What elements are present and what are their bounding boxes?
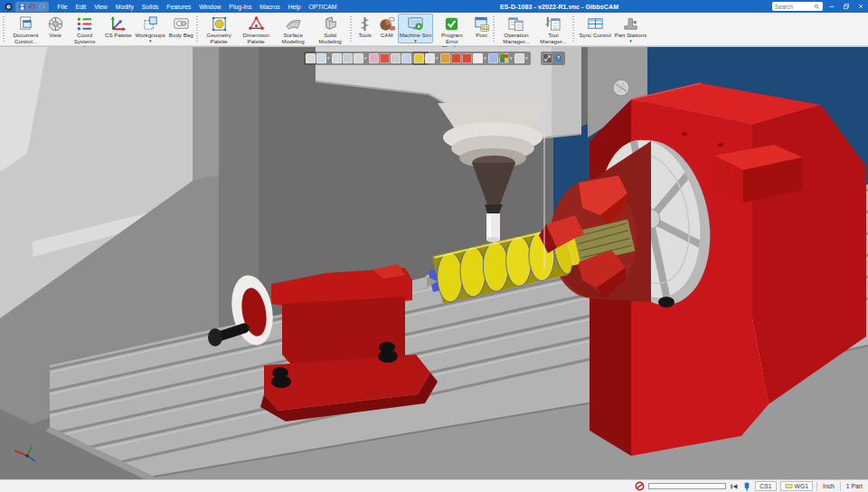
group-grip (493, 16, 495, 42)
toolbar-icon[interactable] (451, 53, 461, 63)
menu-opticam[interactable]: OPTICAM (305, 0, 341, 13)
chevron-down-icon[interactable]: ▾ (510, 56, 514, 61)
ribbon-button-part-stations[interactable]: Part Stations▾ (613, 14, 648, 43)
ribbon-button-sync-control[interactable]: Sync Control (577, 14, 612, 40)
toolbar-icon[interactable] (343, 53, 353, 63)
minimize-button[interactable] (826, 1, 837, 12)
chevron-down-icon[interactable]: ▾ (484, 56, 487, 61)
save-button[interactable] (18, 3, 26, 11)
menu-solids[interactable]: Solids (137, 0, 163, 13)
menu-edit[interactable]: Edit (71, 0, 90, 13)
chevron-down-icon[interactable]: ▾ (364, 56, 368, 61)
close-button[interactable] (854, 1, 866, 12)
window-title: ES-D-1083 - v2022-R1.vnc - GibbsCAM (500, 0, 618, 13)
ribbon-button-tools[interactable]: Tools (354, 14, 376, 40)
render-tool-icon[interactable] (742, 482, 751, 491)
status-separator (816, 482, 817, 491)
toolbar-icon[interactable] (514, 53, 524, 63)
toolbar-icon[interactable] (380, 53, 390, 63)
chevron-down-icon[interactable]: ▾ (525, 56, 529, 61)
ribbon-button-cam[interactable]: CAM (376, 14, 398, 40)
ribbon-button-label: Tools (358, 33, 371, 39)
machine-sim-viewport[interactable]: ▾▾▾ ▾▾▾▾ ? (0, 47, 868, 479)
toolbar-icon[interactable] (332, 53, 342, 63)
ribbon-button-geometry-palette[interactable]: Geometry Palette (201, 14, 238, 46)
ribbon-button-coord-systems[interactable]: Coord Systems▾ (66, 14, 103, 50)
group-grip (572, 16, 574, 42)
cutting-tool (486, 213, 500, 242)
tool-manager-icon (544, 15, 561, 33)
ribbon-button-label: Body Bag (169, 33, 193, 39)
ribbon-button-label: View (49, 33, 61, 39)
ribbon-button-surface-modeling[interactable]: Surface Modeling (275, 14, 312, 46)
cs-indicator[interactable]: CS1 (755, 481, 776, 491)
ribbon-button-body-bag[interactable]: Body Bag (167, 14, 195, 40)
svg-text:?: ? (557, 56, 560, 61)
toolbar-icon[interactable] (369, 53, 379, 63)
group-grip (3, 16, 5, 42)
view-toolbar: ▾▾▾ (304, 52, 429, 65)
ribbon-button-post[interactable]: G1Post (470, 14, 492, 40)
tools-icon (356, 15, 373, 33)
ribbon-button-view[interactable]: View (44, 14, 66, 40)
toolbar-icon[interactable] (414, 53, 424, 63)
menu-help[interactable]: Help (284, 0, 305, 13)
undo-button[interactable] (28, 3, 36, 11)
skip-back-icon[interactable] (730, 482, 739, 491)
table-clamp (658, 297, 675, 308)
titlebar-controls: Search (772, 1, 866, 12)
ribbon-button-workgroups[interactable]: Workgroups▾ (134, 14, 167, 43)
ribbon-button-label: Dimension Palette (240, 33, 273, 45)
toolbar-icon[interactable] (425, 53, 435, 63)
coord-systems-icon (76, 15, 93, 33)
menu-file[interactable]: File (53, 0, 71, 13)
operation-manager-icon (507, 15, 524, 33)
menu-plug-ins[interactable]: Plug-Ins (225, 0, 256, 13)
ribbon-button-label: Document Control... (9, 33, 42, 45)
ribbon-button-label: Solid Modeling (314, 33, 347, 45)
ribbon-button-label: CAM (381, 33, 393, 39)
toolbar-icon[interactable] (462, 53, 472, 63)
restore-button[interactable] (840, 1, 852, 12)
toolbar-icon[interactable] (316, 53, 326, 63)
ribbon-button-document-control[interactable]: Document Control... (7, 14, 44, 46)
toolbar-icon[interactable] (401, 53, 411, 63)
ribbon-button-label: Coord Systems (68, 33, 101, 45)
workgroup-indicator[interactable]: WG1 (780, 481, 813, 491)
ribbon-button-operation-manager[interactable]: Operation Manager... (497, 14, 534, 46)
chevron-down-icon[interactable]: ▾ (327, 56, 331, 61)
app-logo-icon[interactable] (4, 2, 14, 12)
ribbon-button-dimension-palette[interactable]: Dimension Palette (238, 14, 275, 46)
ribbon-button-tool-manager[interactable]: Tool Manager... (534, 14, 571, 46)
menu-macros[interactable]: Macros (256, 0, 284, 13)
toolbar-icon[interactable] (499, 53, 509, 63)
toolbar-icon[interactable] (488, 53, 498, 63)
help-icon[interactable]: ? (553, 53, 563, 63)
search-input[interactable]: Search (772, 2, 823, 11)
body-bag-icon (173, 15, 190, 33)
redo-button[interactable] (38, 3, 46, 11)
toolbar-icon[interactable] (391, 53, 401, 63)
toolbar-icon[interactable] (440, 53, 450, 63)
toolbar-icon[interactable] (306, 53, 316, 63)
dimension-palette-icon (248, 15, 265, 33)
menu-features[interactable]: Features (163, 0, 195, 13)
menu-window[interactable]: Window (195, 0, 225, 13)
menu-view[interactable]: View (90, 0, 112, 13)
toolbar-icon[interactable] (473, 53, 483, 63)
chevron-down-icon: ▾ (414, 39, 417, 43)
search-placeholder: Search (775, 4, 793, 10)
toolbar-icon[interactable] (354, 53, 363, 63)
ribbon-button-cs-palette[interactable]: CS Palette (103, 14, 134, 40)
ribbon-button-machine-sim[interactable]: Machine Sim▾ (398, 14, 434, 43)
surface-modeling-icon (285, 15, 302, 33)
display-toolbar: ▾▾▾▾ (412, 52, 531, 65)
solid-modeling-icon (322, 15, 339, 33)
ribbon-group-modeling: Geometry PaletteDimension PaletteSurface… (195, 14, 349, 45)
ribbon-button-solid-modeling[interactable]: Solid Modeling (312, 14, 349, 46)
geometry-palette-icon (211, 15, 228, 33)
resize-icon[interactable] (542, 53, 552, 63)
chevron-down-icon[interactable]: ▾ (436, 56, 439, 61)
document-control-icon (17, 15, 34, 33)
menu-modify[interactable]: Modify (111, 0, 137, 13)
